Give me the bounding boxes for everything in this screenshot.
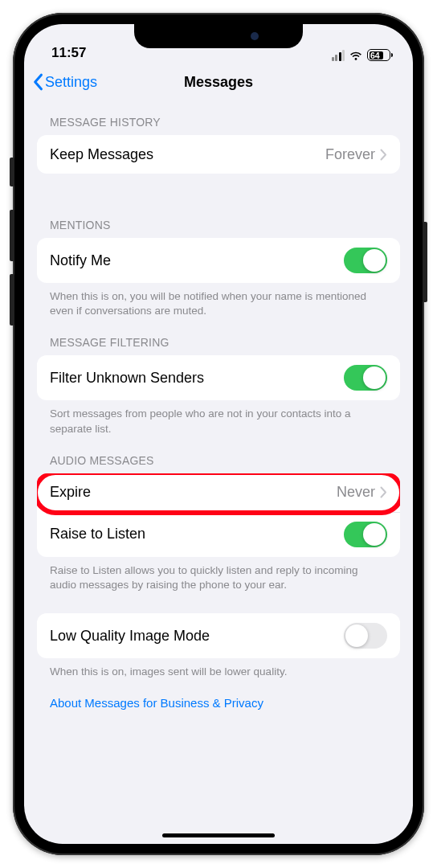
section-header-audio-messages: AUDIO MESSAGES	[37, 436, 400, 473]
toggle-filter-unknown[interactable]	[344, 365, 387, 391]
row-expire[interactable]: Expire Never	[37, 473, 400, 512]
group-filtering: Filter Unknown Senders	[37, 355, 400, 400]
home-indicator[interactable]	[162, 833, 275, 837]
row-label: Keep Messages	[50, 146, 325, 163]
row-label: Notify Me	[50, 252, 344, 269]
power-button	[423, 222, 427, 302]
volume-down-button	[10, 274, 14, 326]
row-low-quality-image-mode[interactable]: Low Quality Image Mode	[37, 613, 400, 658]
section-header-filtering: MESSAGE FILTERING	[37, 318, 400, 355]
status-indicators: 64	[332, 49, 391, 61]
nav-bar: Settings Messages	[24, 63, 413, 101]
toggle-low-quality-image[interactable]	[344, 623, 387, 649]
cellular-signal-icon	[332, 50, 345, 61]
group-image-mode: Low Quality Image Mode	[37, 613, 400, 658]
footer-mentions: When this is on, you will be notified wh…	[37, 283, 400, 318]
back-button[interactable]: Settings	[32, 73, 97, 91]
wifi-icon	[349, 50, 363, 61]
about-privacy-link[interactable]: About Messages for Business & Privacy	[37, 680, 400, 710]
footer-audio-messages: Raise to Listen allows you to quickly li…	[37, 557, 400, 592]
battery-indicator: 64	[367, 49, 390, 61]
status-time: 11:57	[51, 45, 86, 61]
settings-content: MESSAGE HISTORY Keep Messages Forever ME…	[24, 101, 413, 726]
row-keep-messages[interactable]: Keep Messages Forever	[37, 135, 400, 174]
row-label: Expire	[50, 484, 337, 501]
group-audio-messages: Expire Never Raise to Listen	[37, 473, 400, 557]
chevron-right-icon	[380, 486, 387, 498]
toggle-raise-to-listen[interactable]	[344, 522, 387, 547]
toggle-notify-me[interactable]	[344, 248, 387, 273]
chevron-right-icon	[380, 149, 387, 161]
row-value: Never	[337, 484, 375, 501]
footer-image-mode: When this is on, images sent will be low…	[37, 658, 400, 679]
phone-screen: 11:57 64 Settings Mes	[24, 24, 413, 844]
phone-frame: 11:57 64 Settings Mes	[13, 13, 424, 855]
page-title: Messages	[184, 74, 253, 91]
section-header-mentions: MENTIONS	[37, 201, 400, 238]
row-raise-to-listen[interactable]: Raise to Listen	[37, 512, 400, 557]
back-label: Settings	[45, 74, 97, 91]
footer-filtering: Sort messages from people who are not in…	[37, 400, 400, 436]
row-label: Filter Unknown Senders	[50, 370, 344, 387]
row-notify-me[interactable]: Notify Me	[37, 238, 400, 283]
group-mentions: Notify Me	[37, 238, 400, 283]
notch	[134, 24, 303, 48]
group-message-history: Keep Messages Forever	[37, 135, 400, 174]
row-label: Low Quality Image Mode	[50, 628, 344, 645]
section-header-message-history: MESSAGE HISTORY	[37, 101, 400, 135]
chevron-left-icon	[32, 73, 43, 91]
volume-up-button	[10, 210, 14, 261]
row-label: Raise to Listen	[50, 526, 344, 542]
silent-switch	[10, 158, 14, 186]
row-value: Forever	[325, 146, 375, 163]
row-filter-unknown-senders[interactable]: Filter Unknown Senders	[37, 355, 400, 400]
